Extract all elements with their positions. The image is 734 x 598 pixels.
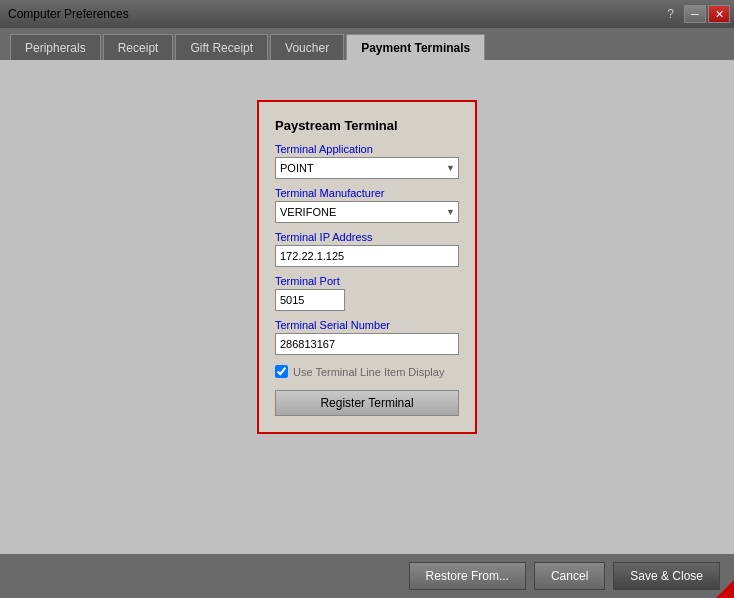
line-item-checkbox[interactable] (275, 365, 288, 378)
corner-decoration (716, 580, 734, 598)
bottombar: Restore From... Cancel Save & Close (0, 554, 734, 598)
terminal-application-select[interactable]: POINT (275, 157, 459, 179)
close-button[interactable]: ✕ (708, 5, 730, 23)
terminal-serial-input[interactable] (275, 333, 459, 355)
save-close-button[interactable]: Save & Close (613, 562, 720, 590)
line-item-row: Use Terminal Line Item Display (275, 365, 459, 378)
titlebar-controls: ? ─ ✕ (667, 5, 730, 23)
terminal-ip-input[interactable] (275, 245, 459, 267)
terminal-manufacturer-select[interactable]: VERIFONE (275, 201, 459, 223)
tab-payment-terminals[interactable]: Payment Terminals (346, 34, 485, 60)
tab-voucher[interactable]: Voucher (270, 34, 344, 60)
titlebar: Computer Preferences ? ─ ✕ (0, 0, 734, 28)
tab-gift-receipt[interactable]: Gift Receipt (175, 34, 268, 60)
register-terminal-button[interactable]: Register Terminal (275, 390, 459, 416)
tab-receipt[interactable]: Receipt (103, 34, 174, 60)
restore-button[interactable]: Restore From... (409, 562, 526, 590)
terminal-application-label: Terminal Application (275, 143, 459, 155)
terminal-ip-label: Terminal IP Address (275, 231, 459, 243)
terminal-port-label: Terminal Port (275, 275, 459, 287)
terminal-port-input[interactable] (275, 289, 345, 311)
main-content: Paystream Terminal Terminal Application … (0, 60, 734, 554)
terminal-manufacturer-wrapper: VERIFONE ▼ (275, 201, 459, 223)
line-item-label: Use Terminal Line Item Display (293, 366, 444, 378)
window-title: Computer Preferences (8, 7, 129, 21)
help-button[interactable]: ? (667, 7, 674, 21)
paystream-title: Paystream Terminal (275, 118, 459, 133)
tab-peripherals[interactable]: Peripherals (10, 34, 101, 60)
cancel-button[interactable]: Cancel (534, 562, 605, 590)
tabbar: Peripherals Receipt Gift Receipt Voucher… (0, 28, 734, 60)
terminal-manufacturer-label: Terminal Manufacturer (275, 187, 459, 199)
terminal-application-wrapper: POINT ▼ (275, 157, 459, 179)
terminal-serial-label: Terminal Serial Number (275, 319, 459, 331)
minimize-button[interactable]: ─ (684, 5, 706, 23)
paystream-terminal-panel: Paystream Terminal Terminal Application … (257, 100, 477, 434)
